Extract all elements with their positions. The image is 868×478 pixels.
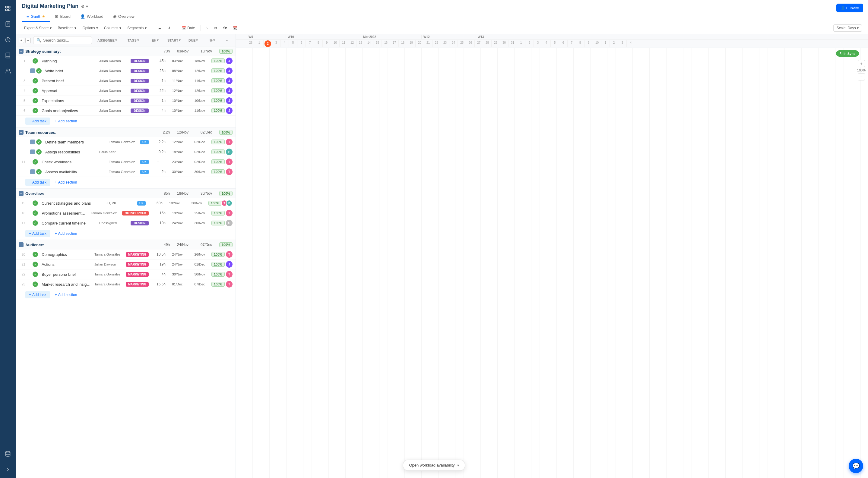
sidebar-icon-book[interactable] (3, 50, 13, 60)
task-check[interactable]: ✓ (33, 210, 38, 216)
search-input[interactable] (43, 38, 89, 42)
task-row[interactable]: 4 ✓ Approval Julian Dawson DESIGN 22h 12… (16, 86, 236, 96)
tab-board[interactable]: ⊞ Board (50, 12, 75, 22)
task-row[interactable]: 5 ✓ Expectations Julian Dawson DESIGN 1h… (16, 96, 236, 106)
zoom-in-button[interactable]: + (858, 60, 865, 67)
task-row[interactable]: 17 ✓ Compare current timeline Unassigned… (16, 218, 236, 228)
task-check[interactable]: ✓ (33, 281, 38, 287)
task-check[interactable]: ✓ (36, 68, 42, 73)
task-row[interactable]: 6 ✓ Goals and objectives Julian Dawson D… (16, 106, 236, 116)
bottom-chevron-icon: ▾ (457, 463, 459, 468)
collapse-all-button[interactable]: − (25, 38, 31, 43)
task-row[interactable]: − ✓ Write brief Julian Dawson DESIGN 23h… (16, 66, 236, 76)
task-row[interactable]: 1 ✓ Planning Julian Dawson DESIGN 45h 03… (16, 56, 236, 66)
cloud-button[interactable]: ☁ (155, 25, 164, 32)
task-check[interactable]: ✓ (33, 272, 38, 277)
day-cell-31: 31 (508, 40, 517, 47)
task-check[interactable]: ✓ (36, 139, 42, 145)
tab-gantt[interactable]: ≡ Gantt ★ (22, 12, 50, 22)
task-check[interactable]: ✓ (36, 169, 42, 174)
zoom-out-button[interactable]: − (858, 73, 865, 80)
section-collapse-strategy[interactable]: − (19, 49, 24, 54)
export-share-button[interactable]: Export & Share ▾ (22, 25, 54, 32)
section-collapse-audience[interactable]: − (19, 242, 24, 247)
task-row[interactable]: 11 ✓ Check workloads Tamara González UX … (16, 157, 236, 167)
section-header-strategy[interactable]: − Strategy summary: 73h 03/Nov 18/Nov 10… (16, 46, 236, 56)
expand-all-button[interactable]: + (19, 38, 24, 43)
sidebar-icon-home[interactable] (3, 4, 13, 13)
task-check[interactable]: ✓ (33, 252, 38, 257)
task-row[interactable]: 15 ✓ Current strategies and plans JD, PK… (16, 198, 236, 208)
sidebar-icon-arrow[interactable] (3, 465, 13, 474)
add-task-button[interactable]: + Add task (25, 291, 50, 298)
task-check[interactable]: ✓ (33, 220, 38, 226)
col-header-tags[interactable]: TAGS ▾ (126, 38, 150, 42)
task-collapse[interactable]: − (30, 169, 35, 174)
undo-button[interactable]: ↺ (165, 25, 173, 32)
baselines-button[interactable]: Baselines ▾ (55, 25, 79, 32)
col-header-assignee[interactable]: ASSIGNEE ▾ (96, 38, 126, 42)
copy-button[interactable]: ⧉ (212, 25, 220, 32)
map-button[interactable]: 🗺 (221, 25, 229, 32)
task-collapse[interactable]: − (30, 68, 35, 73)
task-check[interactable]: ✓ (33, 58, 38, 64)
add-task-button[interactable]: + Add task (25, 179, 50, 186)
col-header-pct[interactable]: % ▾ (208, 38, 223, 42)
add-section-button[interactable]: + Add section (53, 179, 80, 186)
day-cell-7: 7 (306, 40, 314, 47)
task-num: 1 (19, 59, 25, 63)
columns-button[interactable]: Columns ▾ (102, 25, 124, 32)
task-row[interactable]: − ✓ Assess availability Tamara González … (16, 167, 236, 177)
add-task-button[interactable]: + Add task (25, 230, 50, 237)
task-row[interactable]: − ✓ Assign responsibles Paula Kehr 0.2h … (16, 147, 236, 157)
calendar-button[interactable]: 📆 (230, 25, 240, 32)
settings-button[interactable]: ⚙ ▾ (81, 4, 88, 9)
task-check[interactable]: ✓ (33, 98, 38, 103)
add-section-button[interactable]: + Add section (53, 230, 80, 237)
section-header-team[interactable]: − Team resources: 2.2h 12/Nov 02/Dec 100… (16, 128, 236, 137)
section-collapse-overview[interactable]: − (19, 191, 24, 196)
task-start: 24/Nov (167, 252, 188, 256)
col-header-eh[interactable]: EH ▾ (150, 38, 165, 42)
search-box[interactable]: 🔍 (33, 36, 92, 44)
task-row[interactable]: 16 ✓ Promotions assesment📎 Tamara Gonzál… (16, 208, 236, 218)
sidebar-icon-database[interactable] (3, 449, 13, 459)
task-check[interactable]: ✓ (33, 108, 38, 113)
chat-button[interactable]: 💬 (849, 459, 863, 473)
scale-button[interactable]: Scale: Days ▾ (833, 25, 862, 32)
task-check[interactable]: ✓ (33, 88, 38, 94)
task-check[interactable]: ✓ (33, 159, 38, 165)
invite-button[interactable]: 👤+ Invite (836, 4, 863, 12)
task-row[interactable]: 22 ✓ Buyer persona brief Tamara González… (16, 269, 236, 279)
section-header-audience[interactable]: − Audience: 49h 24/Nov 07/Dec 100% (16, 240, 236, 249)
task-row[interactable]: 21 ✓ Actions Julian Dawson MARKETING 19h… (16, 260, 236, 269)
tab-workload[interactable]: 👤 Workload (75, 12, 108, 22)
section-header-overview[interactable]: − Overview: 85h 18/Nov 30/Nov 100% (16, 189, 236, 198)
task-collapse[interactable]: − (30, 140, 35, 144)
task-check[interactable]: ✓ (33, 262, 38, 267)
task-row[interactable]: 20 ✓ Demographics Tamara González MARKET… (16, 249, 236, 260)
add-section-button[interactable]: + Add section (53, 117, 80, 125)
add-task-button[interactable]: + Add task (25, 117, 50, 125)
sidebar-icon-chart[interactable] (3, 35, 13, 45)
sidebar-icon-doc[interactable] (3, 19, 13, 29)
col-header-arrow[interactable]: ← (223, 39, 232, 42)
task-row[interactable]: 23 ✓ Market research and insights Tamara… (16, 279, 236, 289)
task-row[interactable]: 3 ✓ Present brief Julian Dawson DESIGN 1… (16, 76, 236, 86)
workload-availability-bar[interactable]: Open workload availability ▾ (403, 459, 465, 471)
col-header-due[interactable]: DUE ▾ (187, 38, 208, 42)
task-check[interactable]: ✓ (33, 200, 38, 206)
sidebar-icon-people[interactable] (3, 66, 13, 76)
task-check[interactable]: ✓ (36, 149, 42, 155)
branch-button[interactable]: ⑂ (204, 25, 211, 32)
section-collapse-team[interactable]: − (19, 130, 24, 135)
col-header-start[interactable]: START ▾ (165, 38, 187, 42)
segments-button[interactable]: Segments ▾ (125, 25, 149, 32)
options-button[interactable]: Options ▾ (80, 25, 100, 32)
date-button[interactable]: 📅 Date (179, 25, 197, 32)
tab-overview[interactable]: ◉ Overview (108, 12, 140, 22)
task-collapse[interactable]: − (30, 149, 35, 154)
task-row[interactable]: − ✓ Define team members Tamara González … (16, 137, 236, 147)
add-section-button[interactable]: + Add section (53, 291, 80, 298)
task-check[interactable]: ✓ (33, 78, 38, 83)
